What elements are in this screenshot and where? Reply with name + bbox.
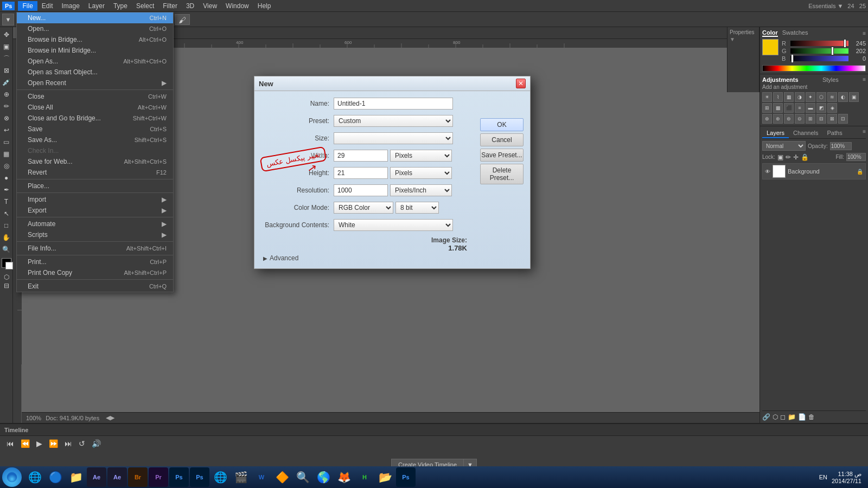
new-layer-btn[interactable]: 📄 xyxy=(798,413,806,421)
adj-colorlookup[interactable]: ▩ xyxy=(773,103,783,113)
adj-menu[interactable]: ≡ xyxy=(863,76,866,83)
r-slider[interactable] xyxy=(790,41,848,46)
pen-tool[interactable]: ✒ xyxy=(1,184,12,195)
lock-position[interactable]: ✛ xyxy=(793,153,799,161)
shape-tool[interactable]: □ xyxy=(1,220,12,231)
resolution-value-input[interactable] xyxy=(334,184,388,196)
menu-edit[interactable]: Edit xyxy=(37,1,58,11)
adj-a[interactable]: ⊚ xyxy=(762,114,772,124)
dialog-cancel-btn[interactable]: Cancel xyxy=(480,133,524,146)
adj-brightness[interactable]: ☀ xyxy=(762,92,772,102)
layers-menu[interactable]: ≡ xyxy=(863,129,866,138)
foreground-swatch[interactable] xyxy=(762,39,778,55)
menu-open-smart[interactable]: Open as Smart Object... xyxy=(17,67,173,78)
zoom-tool[interactable]: 🔍 xyxy=(1,244,12,255)
dialog-delete-preset-btn[interactable]: Delete Preset... xyxy=(480,164,524,184)
adj-vibrance[interactable]: ✦ xyxy=(806,92,815,102)
menu-browse-bridge[interactable]: Browse in Bridge... Alt+Ctrl+O xyxy=(17,34,173,45)
name-input[interactable] xyxy=(334,98,453,110)
dialog-save-preset-btn[interactable]: Save Preset... xyxy=(480,149,524,162)
timeline-loop-btn[interactable]: ↺ xyxy=(76,438,87,449)
lock-all[interactable]: 🔒 xyxy=(801,153,809,161)
menu-window[interactable]: Window xyxy=(221,1,253,11)
menu-open-recent[interactable]: Open Recent ▶ xyxy=(17,78,173,88)
b-slider[interactable] xyxy=(790,56,848,61)
menu-browse-mini-bridge[interactable]: Browse in Mini Bridge... xyxy=(17,45,173,56)
move-tool[interactable]: ✥ xyxy=(1,29,12,40)
menu-select[interactable]: Select xyxy=(132,1,158,11)
color-panel-menu[interactable]: ≡ xyxy=(863,30,866,36)
menu-3d[interactable]: 3D xyxy=(182,1,199,11)
width-unit-select[interactable]: Pixels Inches Centimeters xyxy=(390,150,452,162)
g-slider[interactable] xyxy=(790,48,848,54)
menu-save-web[interactable]: Save for Web... Alt+Shift+Ctrl+S xyxy=(17,156,173,167)
menu-save[interactable]: Save Ctrl+S xyxy=(17,124,173,134)
screen-mode-btn[interactable]: ⊟ xyxy=(4,282,9,290)
adj-c[interactable]: ⊜ xyxy=(784,114,794,124)
adj-exposure[interactable]: ◑ xyxy=(795,92,805,102)
healing-tool[interactable]: ⊕ xyxy=(1,89,12,100)
menu-print-one[interactable]: Print One Copy Alt+Shift+Ctrl+P xyxy=(17,267,173,278)
taskbar-pr[interactable]: Pr xyxy=(149,467,168,487)
width-value-input[interactable] xyxy=(334,150,388,162)
new-dialog-close-btn[interactable]: ✕ xyxy=(516,79,526,88)
adj-h[interactable]: ⊡ xyxy=(838,114,848,124)
colordepth-select[interactable]: 8 bit 16 bit 32 bit xyxy=(395,202,439,214)
menu-open[interactable]: Open... Ctrl+O xyxy=(17,23,173,34)
fill-input[interactable] xyxy=(846,153,866,161)
menu-type[interactable]: Type xyxy=(109,1,132,11)
adj-b[interactable]: ⊛ xyxy=(773,114,783,124)
adj-g[interactable]: ⊠ xyxy=(827,114,837,124)
gradient-tool[interactable]: ▦ xyxy=(1,149,12,159)
menu-help[interactable]: Help xyxy=(253,1,276,11)
colormode-select[interactable]: RGB Color CMYK Color Grayscale xyxy=(334,202,393,214)
menu-export[interactable]: Export ▶ xyxy=(17,205,173,216)
taskbar-search[interactable]: 🔍 xyxy=(293,467,312,487)
layer-background[interactable]: 👁 Background 🔒 xyxy=(762,163,866,179)
adj-gradient-map[interactable]: ◩ xyxy=(816,103,826,113)
dodge-tool[interactable]: ● xyxy=(1,172,12,183)
link-layers-btn[interactable]: 🔗 xyxy=(762,413,770,421)
adj-invert[interactable]: ⬛ xyxy=(784,103,794,113)
menu-revert[interactable]: Revert F12 xyxy=(17,167,173,178)
lasso-tool[interactable]: ⌒ xyxy=(1,53,12,64)
timeline-next-btn[interactable]: ⏩ xyxy=(47,438,60,449)
menu-filter[interactable]: Filter xyxy=(158,1,182,11)
taskbar-ps3[interactable]: Ps xyxy=(396,467,416,487)
tool-preset-btn[interactable]: ▼ xyxy=(2,14,14,25)
menu-import[interactable]: Import ▶ xyxy=(17,194,173,205)
layers-tab[interactable]: Layers xyxy=(762,129,789,138)
adj-threshold[interactable]: ▬ xyxy=(806,103,815,113)
color-tab[interactable]: Color xyxy=(762,29,778,37)
menu-scripts[interactable]: Scripts ▶ xyxy=(17,229,173,240)
timeline-first-btn[interactable]: ⏮ xyxy=(4,438,16,449)
new-group-btn[interactable]: 📁 xyxy=(788,413,796,421)
taskbar-folder2[interactable]: 📂 xyxy=(375,467,395,487)
advanced-row[interactable]: ▶ Advanced xyxy=(263,254,521,262)
taskbar-ps-taskbar[interactable]: Ps xyxy=(169,467,189,487)
blur-tool[interactable]: ◎ xyxy=(1,160,12,171)
taskbar-ps2[interactable]: Ps xyxy=(190,467,209,487)
crop-tool[interactable]: ⊠ xyxy=(1,65,12,76)
bgcontents-select[interactable]: White Background Color Transparent xyxy=(334,219,453,231)
menu-layer[interactable]: Layer xyxy=(84,1,109,11)
start-button[interactable] xyxy=(2,467,22,487)
hand-tool[interactable]: ✋ xyxy=(1,232,12,243)
adj-levels[interactable]: ▦ xyxy=(784,92,794,102)
taskbar-browser2[interactable]: 🌎 xyxy=(314,467,333,487)
menu-file-info[interactable]: File Info... Alt+Shift+Ctrl+I xyxy=(17,243,173,254)
menu-file[interactable]: File xyxy=(18,1,37,11)
adj-curves[interactable]: ⌇ xyxy=(773,92,783,102)
timeline-audio-btn[interactable]: 🔊 xyxy=(90,438,103,449)
menu-view[interactable]: View xyxy=(199,1,221,11)
adj-bw[interactable]: ◐ xyxy=(838,92,848,102)
timeline-last-btn[interactable]: ⏭ xyxy=(62,438,74,449)
rectangle-select-tool[interactable]: ▣ xyxy=(1,41,12,52)
styles-tab[interactable]: Styles xyxy=(822,76,839,83)
taskbar-media[interactable]: 🎬 xyxy=(231,467,251,487)
lock-transparent[interactable]: ▣ xyxy=(777,153,783,161)
foreground-color[interactable] xyxy=(2,258,11,268)
layer-visibility-eye[interactable]: 👁 xyxy=(765,169,770,175)
menu-new[interactable]: New... Ctrl+N xyxy=(17,12,173,23)
add-effect-btn[interactable]: ⬡ xyxy=(773,413,778,421)
